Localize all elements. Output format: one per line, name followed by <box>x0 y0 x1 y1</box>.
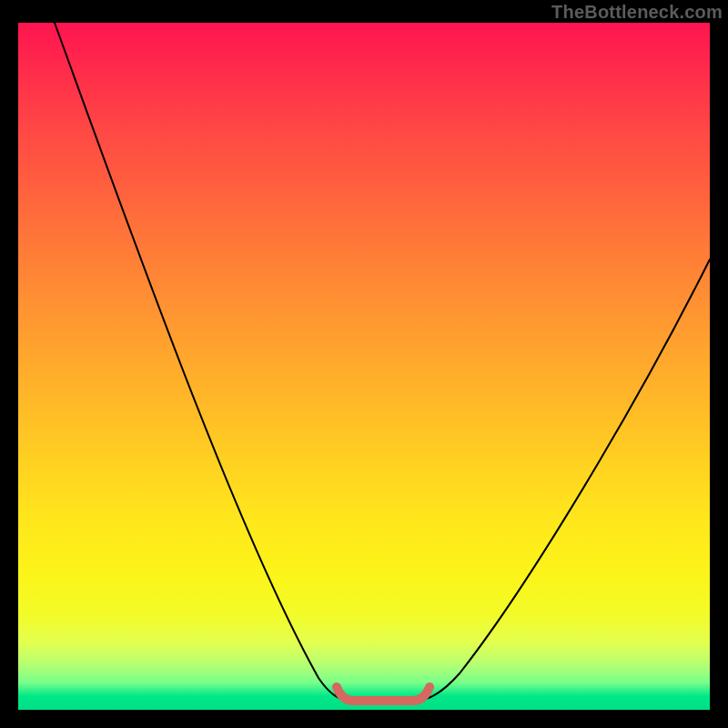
chart-frame: TheBottleneck.com <box>0 0 728 728</box>
curve-right-branch <box>422 259 710 700</box>
plot-area <box>18 23 710 710</box>
watermark-text: TheBottleneck.com <box>551 2 723 23</box>
minimum-marker <box>337 687 430 701</box>
bottleneck-curve <box>18 23 710 710</box>
curve-left-branch <box>55 23 344 700</box>
